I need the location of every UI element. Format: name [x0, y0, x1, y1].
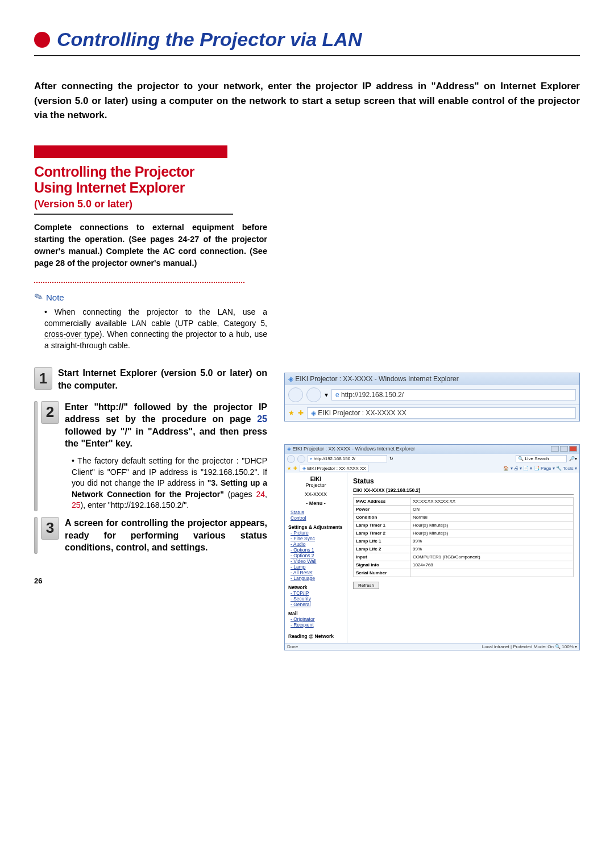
step-2-title: Enter "http://" followed by the projecto… [65, 401, 267, 450]
sidebar-proj: Projector [288, 482, 343, 488]
back-button-2[interactable] [287, 455, 295, 463]
step-3-title: A screen for controlling the projector a… [65, 517, 267, 554]
ie-window-full: ◈ EIKI Projector : XX-XXXX - Windows Int… [284, 444, 580, 650]
sidebar-model: XX-XXXX [288, 491, 343, 497]
table-row: Lamp Life 199% [354, 537, 574, 545]
step-3-num: 3 [41, 517, 59, 540]
status-heading: Status [353, 477, 574, 485]
sidebar-item-allreset[interactable]: - All Reset [288, 570, 343, 575]
status-subhead: EIKI XX-XXXX (192.168.150.2) [353, 487, 574, 495]
sidebar-mail: Mail [288, 611, 343, 616]
sidebar-brand: EIKI [288, 476, 343, 482]
s2-pg2: 25 [72, 500, 81, 510]
section-bar [34, 145, 227, 158]
sidebar-item-security[interactable]: - Security [288, 596, 343, 602]
section-heading-2: Using Internet Explorer [34, 180, 267, 196]
refresh-button[interactable]: Refresh [353, 582, 379, 589]
favorites-icon[interactable]: ★ [288, 409, 294, 417]
address-bar[interactable]: e http://192.168.150.2/ [331, 389, 576, 400]
table-row: InputCOMPUTER1 (RGB/Component) [354, 553, 574, 561]
forward-button[interactable] [306, 387, 321, 402]
section-underline [34, 214, 233, 215]
ie-window-small: ◈ EIKI Projector : XX-XXXX - Windows Int… [284, 373, 580, 422]
ie-sidebar: EIKI Projector XX-XXXX - Menu - Status C… [285, 473, 347, 643]
step2-page: 25 [257, 414, 267, 424]
sidebar-item-options1[interactable]: - Options 1 [288, 547, 343, 553]
tab-2[interactable]: ◈ EIKI Projector : XX-XXXX XX [300, 465, 369, 472]
status-table: MAC AddressXX:XX:XX:XX:XX:XX PowerON Con… [353, 497, 574, 577]
ie-full-titletext: ◈ EIKI Projector : XX-XXXX - Windows Int… [287, 446, 415, 453]
step-1-num: 1 [34, 367, 52, 390]
sidebar-settings: Settings & Adjustments [288, 524, 343, 530]
refresh-icon[interactable]: ↻ [389, 456, 393, 461]
add-favorites-icon[interactable]: ✚ [298, 409, 304, 417]
sidebar-control[interactable]: Control [288, 515, 343, 521]
sidebar-item-audio[interactable]: - Audio [288, 541, 343, 547]
sidebar-item-tcpip[interactable]: - TCP/IP [288, 590, 343, 596]
sidebar-item-recipient[interactable]: - Recipient [288, 622, 343, 628]
step3-vbar [34, 517, 38, 554]
sidebar-item-lamp[interactable]: - Lamp [288, 564, 343, 570]
sidebar-item-options2[interactable]: - Options 2 [288, 553, 343, 558]
step-1-title: Start Internet Explorer (version 5.0 or … [58, 367, 267, 391]
statusbar-right: Local intranet | Protected Mode: On 🔍 10… [482, 644, 577, 649]
step-2-sub: • The factory default setting for the pr… [65, 456, 267, 511]
table-row: Lamp Timer 2Hour(s) Minute(s) [354, 529, 574, 537]
table-row: PowerON [354, 505, 574, 513]
sidebar-item-finesync[interactable]: - Fine Sync [288, 536, 343, 541]
sidebar-item-originator[interactable]: - Originator [288, 616, 343, 622]
s2sub-b: (pages [224, 490, 256, 499]
toolbar-tools[interactable]: 🏠 ▾ 🖨 ▾ 📄 ▾ 📑 Page ▾ 🔧 Tools ▾ [503, 466, 577, 471]
ie-small-title: ◈ EIKI Projector : XX-XXXX - Windows Int… [285, 373, 579, 385]
ie-main: Status EIKI XX-XXXX (192.168.150.2) MAC … [347, 473, 579, 643]
note-hand-icon: ✎ [32, 290, 45, 304]
sidebar-item-videowall[interactable]: - Video Wall [288, 558, 343, 564]
sidebar-status[interactable]: Status [288, 510, 343, 515]
section-version: (Version 5.0 or later) [34, 198, 267, 210]
intro-text: After connecting the projector to your n… [34, 79, 580, 123]
table-row: Lamp Life 299% [354, 545, 574, 553]
fav-icon-2[interactable]: ★ [287, 466, 291, 471]
sidebar-item-picture[interactable]: - Picture [288, 530, 343, 536]
step2-a: Enter "http://" followed by the projecto… [65, 402, 267, 424]
section-heading-1: Controlling the Projector [34, 164, 267, 180]
step2-vbar [34, 401, 38, 511]
back-button[interactable] [288, 387, 303, 402]
note-body: • When connecting the projector to the L… [34, 307, 267, 351]
table-row: Serial Number [354, 569, 574, 577]
sidebar-item-language[interactable]: - Language [288, 575, 343, 581]
address-bar-2[interactable]: e http://192.168.150.2/ [308, 455, 387, 462]
page-title: Controlling the Projector via LAN [57, 28, 362, 51]
note-dashed: cross-over type [44, 329, 99, 339]
search-box[interactable]: 🔍 Live Search [516, 455, 567, 462]
dropdown-icon[interactable]: ▾ [325, 391, 328, 399]
sidebar-menu: - Menu - [288, 500, 343, 506]
sidebar-network: Network [288, 585, 343, 590]
table-row: ConditionNormal [354, 513, 574, 521]
note-pre: When connecting the projector to the LAN… [44, 307, 267, 328]
s2-pg1: 24 [256, 490, 265, 499]
table-row: Lamp Timer 1Hour(s) Minute(s) [354, 521, 574, 529]
step-2-num: 2 [41, 401, 59, 424]
sidebar-last: Reading @ Network [288, 633, 343, 639]
s2-comma: , [265, 490, 267, 499]
title-underline [34, 55, 580, 56]
section-paragraph: Complete connections to external equipme… [34, 222, 267, 269]
table-row: Signal Info1024×768 [354, 561, 574, 569]
step2-b: followed by "/" in "Address", and then p… [65, 427, 267, 449]
forward-button-2[interactable] [297, 455, 305, 463]
statusbar-left: Done [287, 644, 298, 649]
page-number: 26 [34, 577, 267, 585]
note-label: Note [46, 293, 64, 302]
addfav-icon-2[interactable]: ✚ [293, 466, 297, 471]
window-buttons[interactable] [550, 446, 577, 453]
s2sub-c: ), enter "http://192.168.150.2/". [81, 500, 189, 510]
tab-title: EIKI Projector : XX-XXXX XX [318, 409, 406, 417]
sidebar-item-general[interactable]: - General [288, 602, 343, 607]
tab[interactable]: ◈ EIKI Projector : XX-XXXX XX [307, 407, 576, 419]
dotted-separator [34, 282, 244, 283]
bullet-icon [34, 32, 50, 48]
ie-small-titletext: EIKI Projector : XX-XXXX - Windows Inter… [295, 375, 458, 383]
table-row: MAC AddressXX:XX:XX:XX:XX:XX [354, 497, 574, 505]
search-go-icon[interactable]: 🔎▾ [569, 456, 577, 461]
